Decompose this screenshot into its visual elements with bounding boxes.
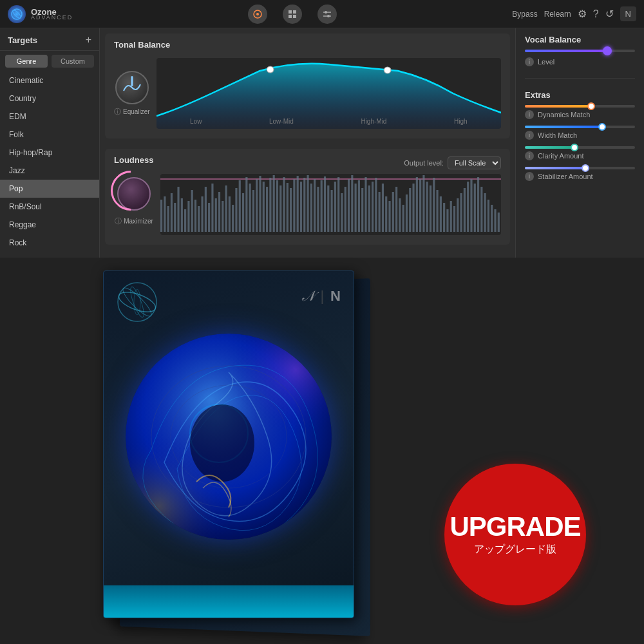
product-box: 𝒩 | N	[103, 270, 386, 644]
loudness-section: Loudness Output level: Full Scale -14 LU…	[105, 149, 510, 245]
svg-rect-60	[314, 179, 316, 232]
svg-rect-83	[392, 192, 394, 232]
list-item-hiphop[interactable]: Hip-hop/Rap	[0, 144, 99, 162]
svg-rect-64	[327, 185, 329, 232]
ozone-logo-icon	[8, 5, 26, 23]
vocal-level-label: Level	[538, 58, 554, 66]
center-panel: Tonal Balance ⓘ Equalizer	[100, 28, 515, 260]
svg-rect-32	[218, 192, 220, 232]
relearn-button[interactable]: Relearn	[544, 10, 571, 19]
divider-1	[525, 78, 635, 79]
svg-rect-65	[331, 190, 333, 232]
svg-rect-34	[225, 185, 227, 232]
equalizer-knob[interactable]	[115, 71, 149, 104]
clarity-row: i Clarity Amount	[525, 151, 635, 160]
svg-rect-97	[440, 196, 442, 232]
svg-point-12	[267, 66, 274, 73]
svg-rect-110	[484, 193, 486, 232]
stabilizer-amount-slider[interactable]	[525, 167, 635, 169]
clarity-thumb	[571, 144, 578, 151]
svg-point-10	[325, 11, 327, 14]
settings-icon-btn[interactable]: ⚙	[578, 8, 587, 20]
svg-rect-103	[460, 193, 462, 232]
list-item-cinematic[interactable]: Cinematic	[0, 71, 99, 90]
svg-rect-79	[379, 192, 381, 232]
tonal-balance-content: ⓘ Equalizer	[114, 55, 501, 132]
list-item-jazz[interactable]: Jazz	[0, 162, 99, 180]
maximizer-knob-arc	[102, 162, 159, 219]
sliders-icon	[317, 5, 337, 24]
svg-rect-5	[293, 10, 296, 14]
list-item-rock[interactable]: Rock	[0, 234, 99, 252]
stabilizer-fill	[525, 167, 585, 169]
list-item-rnb[interactable]: RnB/Soul	[0, 198, 99, 216]
nav-icon-btn-2[interactable]	[283, 5, 302, 24]
svg-rect-107	[474, 184, 476, 232]
svg-rect-88	[409, 188, 411, 232]
brand-logos: 𝒩 | N	[302, 281, 341, 305]
bypass-button[interactable]: Bypass	[512, 10, 537, 19]
svg-rect-70	[348, 179, 350, 232]
svg-rect-21	[181, 198, 183, 232]
list-item-country[interactable]: Country	[0, 90, 99, 108]
svg-rect-58	[307, 175, 308, 232]
svg-rect-77	[372, 182, 374, 232]
svg-rect-78	[375, 178, 377, 232]
svg-rect-91	[419, 179, 421, 232]
stabilizer-thumb	[582, 164, 589, 172]
product-box-top: 𝒩 | N	[104, 271, 354, 334]
svg-rect-93	[426, 182, 428, 232]
stabilizer-info-icon: i	[525, 172, 534, 181]
svg-rect-19	[174, 203, 176, 232]
svg-rect-74	[361, 188, 363, 232]
vocal-info-icon: i	[525, 57, 534, 66]
svg-rect-46	[266, 187, 268, 232]
svg-rect-109	[480, 187, 482, 232]
svg-point-126	[190, 404, 254, 482]
svg-rect-59	[310, 184, 312, 232]
custom-tab[interactable]: Custom	[52, 55, 94, 68]
svg-rect-55	[297, 176, 299, 232]
list-item-folk[interactable]: Folk	[0, 126, 99, 144]
brand1-logo: 𝒩	[302, 288, 314, 305]
top-bar-right: Bypass Relearn ⚙ ? ↺ N	[512, 6, 636, 21]
equalizer-label: ⓘ Equalizer	[114, 107, 150, 117]
svg-rect-29	[208, 203, 210, 232]
svg-rect-53	[290, 188, 292, 232]
svg-rect-52	[287, 183, 289, 232]
svg-rect-41	[249, 184, 251, 232]
help-icon-btn[interactable]: ?	[593, 8, 599, 20]
svg-point-3	[256, 13, 259, 15]
nav-icon-btn-3[interactable]	[317, 5, 337, 24]
loudness-title: Loudness	[114, 155, 153, 165]
stabilizer-label: Stabilizer Amount	[538, 173, 593, 180]
width-match-thumb	[598, 123, 606, 131]
nav-icon-btn-1[interactable]	[248, 5, 267, 24]
svg-rect-69	[345, 187, 346, 232]
vocal-level-slider[interactable]	[525, 50, 635, 52]
extras-title: Extras	[525, 90, 635, 100]
top-bar: Ozone ADVANCED	[0, 0, 644, 28]
sidebar-add-button[interactable]: +	[86, 35, 91, 45]
output-level-select[interactable]: Full Scale -14 LUFS -16 LUFS	[448, 156, 501, 169]
list-item-edm[interactable]: EDM	[0, 108, 99, 126]
svg-rect-101	[453, 206, 455, 232]
svg-rect-104	[464, 188, 466, 232]
list-item-reggae[interactable]: Reggae	[0, 216, 99, 234]
dynamics-match-slider[interactable]	[525, 105, 635, 108]
stabilizer-row: i Stabilizer Amount	[525, 172, 635, 181]
svg-rect-82	[388, 201, 390, 232]
undo-icon-btn[interactable]: ↺	[605, 8, 614, 20]
svg-rect-85	[399, 198, 401, 232]
svg-rect-61	[317, 187, 319, 232]
list-item-pop[interactable]: Pop	[0, 180, 99, 198]
clarity-amount-slider[interactable]	[525, 146, 635, 149]
native-instruments-icon-btn[interactable]: N	[620, 6, 636, 21]
svg-rect-42	[252, 190, 254, 232]
width-match-slider[interactable]	[525, 126, 635, 128]
genre-tab[interactable]: Genre	[5, 55, 48, 68]
svg-rect-45	[263, 182, 265, 232]
svg-rect-7	[293, 15, 296, 18]
svg-rect-92	[422, 175, 424, 232]
svg-point-13	[384, 67, 391, 73]
